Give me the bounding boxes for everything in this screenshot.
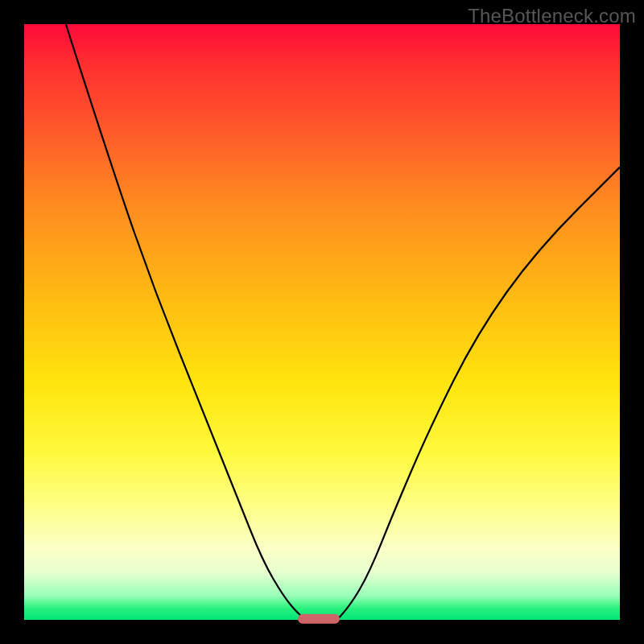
bottleneck-marker [298, 614, 340, 624]
chart-frame: TheBottleneck.com [0, 0, 644, 644]
curve-layer [24, 24, 620, 620]
watermark-text: TheBottleneck.com [468, 5, 636, 27]
plot-area [24, 24, 620, 620]
left-curve [66, 24, 308, 620]
right-curve [337, 167, 621, 620]
